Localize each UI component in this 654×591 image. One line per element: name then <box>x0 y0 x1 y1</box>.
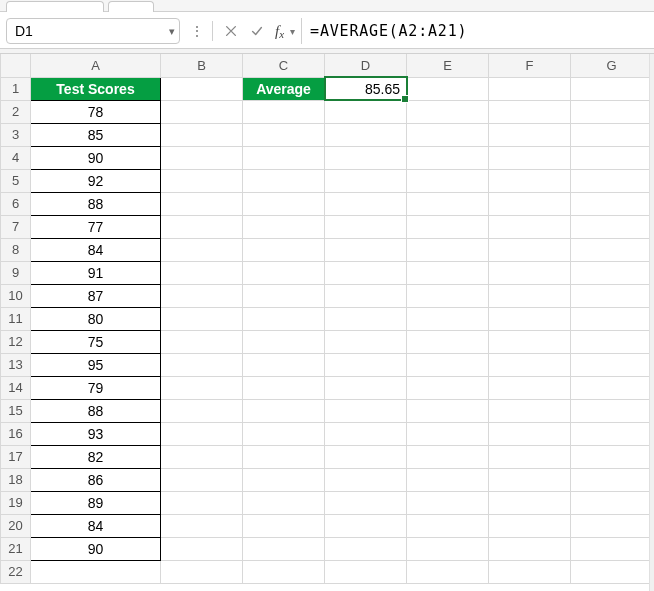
cell-G8[interactable] <box>571 238 653 261</box>
row-header-17[interactable]: 17 <box>1 445 31 468</box>
column-header-a[interactable]: A <box>31 54 161 77</box>
cell-C15[interactable] <box>243 399 325 422</box>
cell-D17[interactable] <box>325 445 407 468</box>
cell-A17[interactable]: 82 <box>31 445 161 468</box>
cell-D5[interactable] <box>325 169 407 192</box>
column-header-c[interactable]: C <box>243 54 325 77</box>
cell-C5[interactable] <box>243 169 325 192</box>
row-header-22[interactable]: 22 <box>1 560 31 583</box>
chevron-down-icon[interactable]: ▾ <box>169 25 175 38</box>
cell-E3[interactable] <box>407 123 489 146</box>
cell-B4[interactable] <box>161 146 243 169</box>
cell-E2[interactable] <box>407 100 489 123</box>
cell-B15[interactable] <box>161 399 243 422</box>
cell-B12[interactable] <box>161 330 243 353</box>
cell-D8[interactable] <box>325 238 407 261</box>
cell-G10[interactable] <box>571 284 653 307</box>
cell-D1[interactable]: 85.65 <box>325 77 407 100</box>
row-header-5[interactable]: 5 <box>1 169 31 192</box>
cell-E20[interactable] <box>407 514 489 537</box>
column-header-f[interactable]: F <box>489 54 571 77</box>
cell-G3[interactable] <box>571 123 653 146</box>
cell-C7[interactable] <box>243 215 325 238</box>
cell-C22[interactable] <box>243 560 325 583</box>
cell-B11[interactable] <box>161 307 243 330</box>
cell-E12[interactable] <box>407 330 489 353</box>
column-header-d[interactable]: D <box>325 54 407 77</box>
row-header-10[interactable]: 10 <box>1 284 31 307</box>
cell-C9[interactable] <box>243 261 325 284</box>
cell-A10[interactable]: 87 <box>31 284 161 307</box>
row-header-20[interactable]: 20 <box>1 514 31 537</box>
cell-G22[interactable] <box>571 560 653 583</box>
cell-E8[interactable] <box>407 238 489 261</box>
cell-B7[interactable] <box>161 215 243 238</box>
cell-G7[interactable] <box>571 215 653 238</box>
cell-F14[interactable] <box>489 376 571 399</box>
cell-D11[interactable] <box>325 307 407 330</box>
cell-E18[interactable] <box>407 468 489 491</box>
cell-F11[interactable] <box>489 307 571 330</box>
cell-F21[interactable] <box>489 537 571 560</box>
cell-G19[interactable] <box>571 491 653 514</box>
cell-A19[interactable]: 89 <box>31 491 161 514</box>
cell-B14[interactable] <box>161 376 243 399</box>
cell-A21[interactable]: 90 <box>31 537 161 560</box>
cell-D16[interactable] <box>325 422 407 445</box>
cell-B20[interactable] <box>161 514 243 537</box>
cell-D15[interactable] <box>325 399 407 422</box>
row-header-8[interactable]: 8 <box>1 238 31 261</box>
cell-B9[interactable] <box>161 261 243 284</box>
cell-B6[interactable] <box>161 192 243 215</box>
cell-G16[interactable] <box>571 422 653 445</box>
row-header-9[interactable]: 9 <box>1 261 31 284</box>
cell-F17[interactable] <box>489 445 571 468</box>
cell-C20[interactable] <box>243 514 325 537</box>
cell-B18[interactable] <box>161 468 243 491</box>
cell-F6[interactable] <box>489 192 571 215</box>
cell-C13[interactable] <box>243 353 325 376</box>
cell-B2[interactable] <box>161 100 243 123</box>
cell-F1[interactable] <box>489 77 571 100</box>
cell-G20[interactable] <box>571 514 653 537</box>
cell-A12[interactable]: 75 <box>31 330 161 353</box>
row-header-2[interactable]: 2 <box>1 100 31 123</box>
cell-A5[interactable]: 92 <box>31 169 161 192</box>
cell-G18[interactable] <box>571 468 653 491</box>
cell-A15[interactable]: 88 <box>31 399 161 422</box>
row-header-14[interactable]: 14 <box>1 376 31 399</box>
row-header-7[interactable]: 7 <box>1 215 31 238</box>
cell-A14[interactable]: 79 <box>31 376 161 399</box>
cancel-icon[interactable] <box>221 21 241 41</box>
cell-F5[interactable] <box>489 169 571 192</box>
cell-C12[interactable] <box>243 330 325 353</box>
row-header-18[interactable]: 18 <box>1 468 31 491</box>
cell-C3[interactable] <box>243 123 325 146</box>
cell-G1[interactable] <box>571 77 653 100</box>
cell-D22[interactable] <box>325 560 407 583</box>
cell-F18[interactable] <box>489 468 571 491</box>
cell-E15[interactable] <box>407 399 489 422</box>
cell-C1[interactable]: Average <box>243 77 325 100</box>
cell-A2[interactable]: 78 <box>31 100 161 123</box>
cell-E11[interactable] <box>407 307 489 330</box>
cell-A8[interactable]: 84 <box>31 238 161 261</box>
cell-F2[interactable] <box>489 100 571 123</box>
cell-C6[interactable] <box>243 192 325 215</box>
column-header-e[interactable]: E <box>407 54 489 77</box>
cell-D9[interactable] <box>325 261 407 284</box>
name-box[interactable]: D1 ▾ <box>6 18 180 44</box>
cell-A6[interactable]: 88 <box>31 192 161 215</box>
cell-A13[interactable]: 95 <box>31 353 161 376</box>
cell-G11[interactable] <box>571 307 653 330</box>
cell-E19[interactable] <box>407 491 489 514</box>
cell-C18[interactable] <box>243 468 325 491</box>
cell-G13[interactable] <box>571 353 653 376</box>
cell-A1[interactable]: Test Scores <box>31 77 161 100</box>
row-header-13[interactable]: 13 <box>1 353 31 376</box>
cell-E22[interactable] <box>407 560 489 583</box>
cell-A4[interactable]: 90 <box>31 146 161 169</box>
vertical-scrollbar[interactable] <box>649 54 654 591</box>
cell-E17[interactable] <box>407 445 489 468</box>
cell-D18[interactable] <box>325 468 407 491</box>
